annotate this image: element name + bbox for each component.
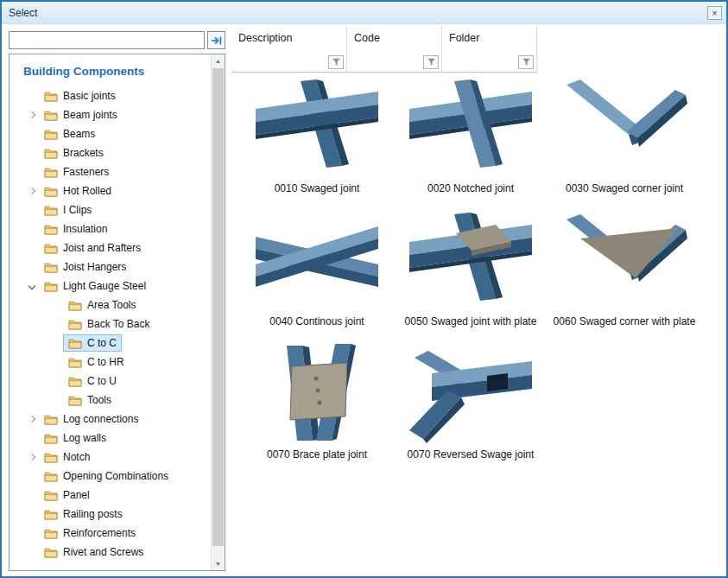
tree-item[interactable]: Railing posts (18, 505, 211, 524)
expand-chevron-icon[interactable] (28, 111, 35, 118)
tree-item-label: Log walls (63, 432, 106, 444)
component-item[interactable]: 0030 Swaged corner joint (548, 78, 701, 194)
folder-icon (68, 357, 82, 368)
scroll-down-icon[interactable]: ▼ (212, 557, 225, 570)
tree-item-body[interactable]: Brackets (39, 144, 109, 162)
tree-item-body[interactable]: Hot Rolled (39, 182, 117, 200)
tree-item[interactable]: Tools (18, 391, 211, 410)
tree-item-body[interactable]: Fasteners (39, 163, 114, 181)
tree-item[interactable]: Reinforcements (18, 524, 211, 543)
tree-arrow-slot (25, 511, 39, 517)
tree-item-body[interactable]: C to C (63, 334, 122, 352)
tree-item-body[interactable]: Railing posts (39, 505, 128, 523)
expand-chevron-icon[interactable] (28, 416, 35, 422)
tree-item-label: Notch (63, 451, 90, 463)
tree-item[interactable]: Joist and Rafters (18, 238, 211, 257)
tree-item[interactable]: Panel (18, 486, 211, 505)
tree-item[interactable]: Fasteners (18, 162, 211, 181)
component-item[interactable]: 0020 Notched joint (394, 78, 548, 194)
column-header-description[interactable]: Description (231, 26, 347, 73)
tree-item[interactable]: Log walls (18, 429, 211, 448)
component-label: 0040 Continous joint (269, 315, 364, 327)
tree-item-body[interactable]: Opening Combinations (39, 467, 174, 485)
tree-item[interactable]: Area Tools (18, 295, 211, 314)
component-item[interactable]: 0070 Brace plate joint (240, 344, 394, 460)
tree-item[interactable]: Hot Rolled (18, 181, 211, 200)
tree-item-body[interactable]: Back To Back (63, 315, 155, 333)
tree-arrow-slot (49, 378, 63, 384)
scrollbar-thumb[interactable] (212, 68, 224, 546)
tree-item[interactable]: Back To Back (18, 314, 211, 333)
column-header-code[interactable]: Code (347, 26, 442, 73)
component-item[interactable]: 0060 Swaged corner with plate (548, 211, 701, 327)
folder-icon (44, 262, 58, 273)
tree-item-body[interactable]: Joist Hangers (39, 258, 131, 276)
filter-button-description[interactable] (328, 55, 344, 69)
tree-item-body[interactable]: Log walls (39, 429, 111, 447)
thumbnail-corner-plate-icon (560, 211, 689, 310)
tree-root-label: Building Components (23, 65, 211, 78)
tree-arrow-slot (25, 169, 39, 175)
component-item[interactable]: 0010 Swaged joint (240, 78, 394, 194)
search-input[interactable] (9, 31, 205, 49)
column-header-folder[interactable]: Folder (442, 26, 537, 73)
tree-arrow-slot (25, 454, 39, 460)
tree-item-body[interactable]: I Clips (39, 201, 97, 219)
search-go-button[interactable] (207, 31, 225, 49)
tree-item-body[interactable]: Reinforcements (39, 524, 141, 542)
tree-item[interactable]: Basic joints (18, 86, 211, 105)
tree-item-body[interactable]: Beam joints (39, 106, 123, 124)
tree-arrow-slot (49, 340, 63, 346)
tree-item-body[interactable]: Insulation (39, 220, 112, 238)
scroll-up-icon[interactable]: ▲ (212, 54, 225, 67)
tree-item-body[interactable]: Tools (63, 391, 117, 409)
tree-item[interactable]: Rivet and Screws (18, 543, 211, 562)
filter-button-code[interactable] (423, 55, 439, 69)
tree-item[interactable]: Opening Combinations (18, 467, 211, 486)
tree-item-body[interactable]: Area Tools (63, 296, 141, 314)
tree-item[interactable]: Joist Hangers (18, 257, 211, 276)
tree-item-body[interactable]: Notch (39, 448, 95, 466)
component-item[interactable]: 0050 Swaged joint with plate (394, 211, 548, 327)
tree-item-label: Back To Back (87, 318, 149, 330)
folder-icon (44, 91, 58, 102)
component-item[interactable]: 0040 Continous joint (240, 211, 394, 327)
tree-item-label: Insulation (63, 223, 107, 235)
tree-item-body[interactable]: Light Gauge Steel (39, 277, 151, 295)
expand-chevron-icon[interactable] (28, 454, 35, 460)
tree-arrow-slot (25, 435, 39, 441)
tree-item-label: C to C (87, 337, 117, 349)
tree-arrow-slot (25, 473, 39, 479)
tree-item[interactable]: Log connections (18, 410, 211, 429)
tree-scrollbar[interactable]: ▲ ▼ (211, 54, 225, 570)
tree-item[interactable]: Insulation (18, 219, 211, 238)
tree-arrow-slot (25, 283, 39, 289)
filter-button-folder[interactable] (518, 55, 534, 69)
tree-item[interactable]: C to HR (18, 353, 211, 372)
tree-item-label: C to U (87, 375, 117, 387)
expand-chevron-icon[interactable] (28, 283, 35, 289)
tree-item-body[interactable]: C to U (63, 372, 122, 390)
tree-item[interactable]: Beams (18, 124, 211, 143)
tree-arrow-slot (25, 264, 39, 270)
tree-item-label: Brackets (63, 147, 104, 159)
tree-item-body[interactable]: Panel (39, 486, 95, 504)
tree-item-body[interactable]: C to HR (63, 353, 130, 371)
tree-item-body[interactable]: Rivet and Screws (39, 543, 149, 561)
tree-item[interactable]: C to C (18, 333, 211, 353)
tree-item[interactable]: Light Gauge Steel (18, 276, 211, 295)
tree-item-body[interactable]: Log connections (39, 410, 143, 428)
expand-chevron-icon[interactable] (28, 187, 35, 194)
tree-item[interactable]: Brackets (18, 143, 211, 162)
tree-item[interactable]: I Clips (18, 200, 211, 219)
tree-item-body[interactable]: Basic joints (39, 87, 121, 105)
component-item[interactable]: 0070 Reversed Swage joint (394, 344, 548, 460)
close-button[interactable]: × (707, 6, 722, 20)
tree-item[interactable]: C to U (18, 372, 211, 391)
tree-item-body[interactable]: Beams (39, 125, 100, 143)
tree-item[interactable]: Beam joints (18, 105, 211, 124)
title-bar[interactable]: Select (2, 2, 726, 24)
component-thumb (560, 78, 689, 177)
tree-item-body[interactable]: Joist and Rafters (39, 239, 146, 257)
tree-item[interactable]: Notch (18, 448, 211, 467)
